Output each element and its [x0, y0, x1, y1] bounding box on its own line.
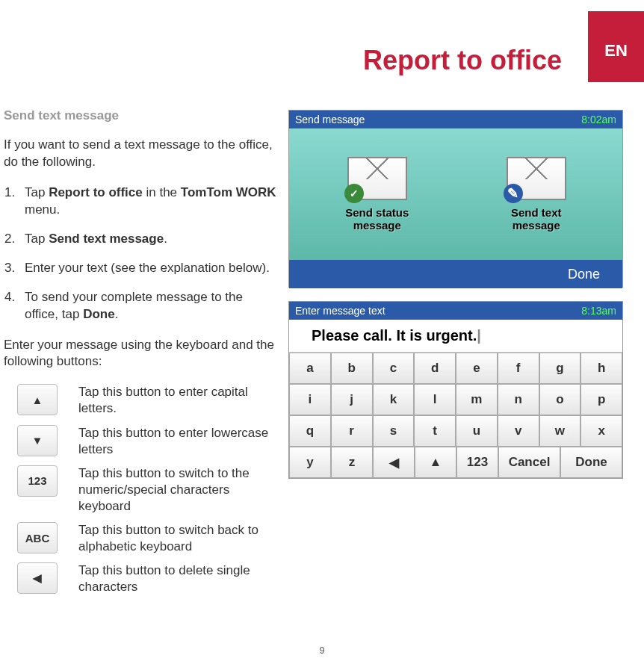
key-l: l [414, 384, 456, 415]
step-text: Tap [25, 232, 49, 246]
screenshot2-time: 8:13am [581, 305, 616, 317]
key-u: u [456, 415, 498, 447]
label-line: Send status [345, 206, 409, 219]
screenshot-footer: Done [289, 260, 622, 288]
numeric-desc: Tap this button to switch to the numeric… [78, 465, 276, 515]
step-text: . [115, 307, 119, 321]
key-y: y [289, 447, 331, 478]
key-t: t [414, 415, 456, 447]
button-row-abc: ABC Tap this button to switch back to al… [4, 522, 276, 555]
step-1: Tap Report to office in the TomTom WORK … [19, 184, 276, 219]
key-a: a [289, 353, 331, 384]
right-column: Send message 8:02am ✓ Send status messag… [288, 110, 623, 492]
keyboard: a b c d e f g h i j k l m n o p q r [289, 353, 622, 478]
send-text-group: ✎ Send text message [507, 157, 566, 232]
button-descriptions: ▲ Tap this button to enter capital lette… [4, 384, 276, 595]
key-w: w [539, 415, 581, 447]
key-s: s [373, 415, 415, 447]
screenshot-time: 8:02am [581, 114, 616, 125]
label-line: message [353, 219, 401, 232]
key-q: q [289, 415, 331, 447]
input-text: Please call. It is urgent. [312, 327, 477, 344]
key-p: p [580, 384, 622, 415]
message-input-display: Please call. It is urgent.| [289, 320, 622, 353]
step-bold: Report to office [49, 185, 143, 199]
key-k: k [373, 384, 415, 415]
send-status-group: ✓ Send status message [345, 157, 409, 232]
button-row-delete: ◀ Tap this button to delete single chara… [4, 562, 276, 595]
step-bold: TomTom WORK [181, 185, 276, 199]
label-line: message [513, 219, 560, 232]
kb-row-4: y z ◀ ▲ 123 Cancel Done [289, 447, 622, 478]
kb-row-1: a b c d e f g h [289, 353, 622, 384]
step-bold: Done [83, 307, 115, 321]
key-m: m [456, 384, 498, 415]
screenshot2-title: Enter message text [295, 305, 386, 317]
screenshot-titlebar: Send message 8:02am [289, 111, 622, 128]
caps-icon: ▲ [17, 384, 58, 415]
done-button-label: Done [568, 267, 600, 282]
envelope-text-icon: ✎ [507, 157, 566, 200]
followup-text: Enter your message using the keyboard an… [4, 337, 276, 371]
language-tab: EN [588, 11, 644, 82]
button-row-lower: ▼ Tap this button to enter lowercase let… [4, 425, 276, 458]
key-b: b [331, 353, 373, 384]
key-f: f [498, 353, 539, 384]
key-shift: ▲ [415, 447, 456, 478]
key-v: v [498, 415, 539, 447]
key-c: c [373, 353, 415, 384]
lowercase-icon: ▼ [17, 425, 58, 456]
left-column: Send text message If you want to send a … [4, 108, 276, 603]
steps-list: Tap Report to office in the TomTom WORK … [4, 184, 276, 323]
send-status-label: Send status message [345, 206, 409, 232]
key-cancel: Cancel [498, 447, 560, 478]
key-x: x [580, 415, 622, 447]
caps-desc: Tap this button to enter capital letters… [78, 384, 276, 417]
screenshot-send-message: Send message 8:02am ✓ Send status messag… [288, 110, 623, 288]
cursor: | [477, 327, 481, 344]
button-row-numeric: 123 Tap this button to switch to the num… [4, 465, 276, 515]
send-text-label: Send text message [511, 206, 562, 232]
step-text: Enter your text (see the explanation bel… [25, 261, 270, 275]
section-heading: Send text message [4, 108, 276, 123]
step-bold: Send text message [49, 232, 164, 246]
key-h: h [580, 353, 622, 384]
page-number: 9 [320, 645, 325, 656]
kb-row-3: q r s t u v w x [289, 415, 622, 447]
key-done: Done [560, 447, 622, 478]
screenshot-body: ✓ Send status message ✎ Send text messag… [289, 128, 622, 260]
abc-desc: Tap this button to switch back to alphab… [78, 522, 276, 555]
step-text: Tap [25, 185, 49, 199]
key-g: g [539, 353, 581, 384]
delete-desc: Tap this button to delete single charact… [78, 562, 276, 595]
delete-icon: ◀ [17, 562, 58, 594]
step-text: To send your complete message to the off… [25, 290, 243, 321]
screenshot-keyboard: Enter message text 8:13am Please call. I… [288, 301, 623, 479]
page-title: Report to office [363, 45, 562, 76]
pencil-badge-icon: ✎ [504, 184, 523, 203]
key-e: e [456, 353, 498, 384]
step-4: To send your complete message to the off… [19, 289, 276, 323]
envelope-status-icon: ✓ [347, 157, 407, 200]
kb-row-2: i j k l m n o p [289, 384, 622, 415]
key-n: n [498, 384, 539, 415]
button-row-caps: ▲ Tap this button to enter capital lette… [4, 384, 276, 417]
step-text: menu. [25, 202, 60, 217]
key-o: o [539, 384, 581, 415]
abc-icon: ABC [17, 522, 58, 553]
key-d: d [414, 353, 456, 384]
key-j: j [331, 384, 373, 415]
screenshot-title: Send message [295, 114, 365, 125]
status-badge-icon: ✓ [344, 184, 364, 203]
intro-text: If you want to send a text message to th… [4, 137, 276, 171]
key-123: 123 [456, 447, 498, 478]
key-back: ◀ [373, 447, 415, 478]
key-r: r [331, 415, 373, 447]
key-i: i [289, 384, 331, 415]
numeric-icon: 123 [17, 465, 58, 497]
screenshot2-titlebar: Enter message text 8:13am [289, 302, 622, 320]
lowercase-desc: Tap this button to enter lowercase lette… [78, 425, 276, 458]
step-text: in the [143, 185, 181, 199]
step-text: . [164, 232, 167, 246]
step-2: Tap Send text message. [19, 231, 276, 248]
